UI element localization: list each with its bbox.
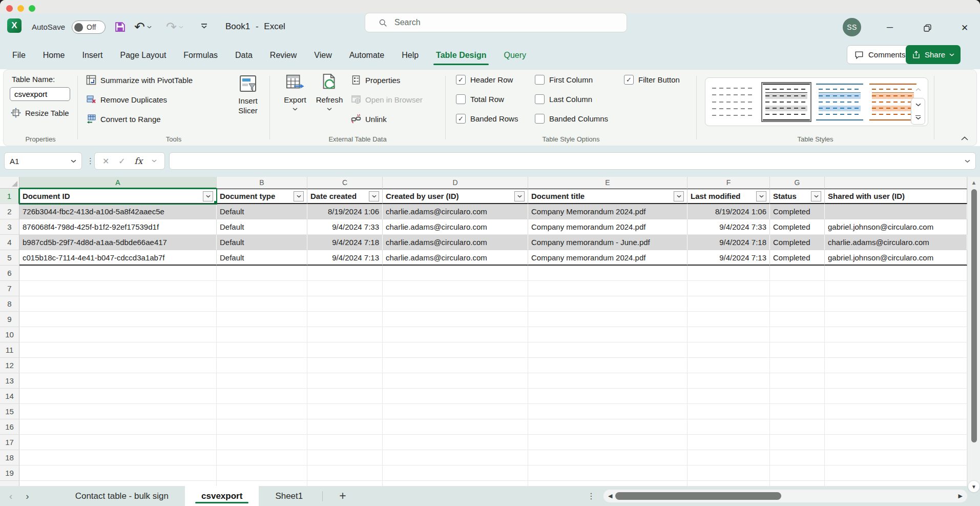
- cell[interactable]: [770, 296, 825, 312]
- cell[interactable]: [770, 373, 825, 389]
- cell[interactable]: [19, 389, 217, 404]
- cell[interactable]: [770, 281, 825, 296]
- cell[interactable]: [528, 450, 687, 465]
- avatar[interactable]: SS: [843, 18, 861, 36]
- cell[interactable]: [528, 481, 687, 486]
- cell[interactable]: [687, 465, 770, 481]
- cell[interactable]: [687, 435, 770, 450]
- column-header-h[interactable]: [825, 177, 967, 189]
- cell[interactable]: [770, 481, 825, 486]
- cell[interactable]: [383, 296, 528, 312]
- save-button[interactable]: [114, 21, 127, 33]
- cell[interactable]: 9/4/2024 7:18: [307, 235, 383, 250]
- row-number-15[interactable]: 15: [0, 404, 19, 419]
- column-header-E[interactable]: E: [528, 177, 687, 189]
- cell[interactable]: [825, 435, 967, 450]
- cell[interactable]: [307, 312, 383, 327]
- tab-home[interactable]: Home: [43, 51, 65, 60]
- cell[interactable]: gabriel.johnson@circularo.com: [825, 219, 967, 235]
- cell[interactable]: [217, 450, 307, 465]
- cell[interactable]: [687, 373, 770, 389]
- cell[interactable]: [528, 342, 687, 358]
- row-number-16[interactable]: 16: [0, 419, 19, 435]
- cell[interactable]: [217, 419, 307, 435]
- cell[interactable]: 9/4/2024 7:18: [687, 235, 770, 250]
- cell[interactable]: [687, 358, 770, 373]
- row-number-4[interactable]: 4: [0, 235, 19, 250]
- convert-to-range-button[interactable]: Convert to Range: [86, 114, 161, 124]
- sheet-tab-contact-table-bulk-sign[interactable]: Contact table - bulk sign: [59, 486, 185, 506]
- column-header-A[interactable]: A: [19, 177, 217, 189]
- cell[interactable]: charlie.adams@circularo.com: [383, 235, 528, 250]
- tab-review[interactable]: Review: [270, 51, 297, 60]
- cell[interactable]: [825, 312, 967, 327]
- table-style-gray-banded[interactable]: [763, 84, 810, 120]
- cell[interactable]: [687, 481, 770, 486]
- cell[interactable]: [383, 465, 528, 481]
- cell[interactable]: [687, 404, 770, 419]
- filter-button[interactable]: [811, 191, 821, 201]
- header-cell-document-type[interactable]: Document type: [217, 189, 307, 204]
- cell[interactable]: [528, 358, 687, 373]
- insert-slicer-button[interactable]: Insert Slicer: [232, 74, 264, 115]
- checkbox-header-row[interactable]: ✓Header Row: [456, 75, 513, 85]
- cell[interactable]: 726b3044-fbc2-413d-a10d-5a8f42aaec5e: [19, 204, 217, 219]
- filter-button[interactable]: [369, 191, 379, 201]
- vertical-scrollbar[interactable]: ▲ ▼: [967, 177, 980, 486]
- cell[interactable]: [217, 358, 307, 373]
- cell[interactable]: Completed: [770, 219, 825, 235]
- cell[interactable]: [307, 358, 383, 373]
- cell[interactable]: [825, 465, 967, 481]
- cell[interactable]: [770, 327, 825, 342]
- cell[interactable]: [383, 373, 528, 389]
- cell[interactable]: [687, 389, 770, 404]
- row-number-19[interactable]: 19: [0, 465, 19, 481]
- cell[interactable]: Company memorandum 2024.pdf: [528, 250, 687, 266]
- filter-button[interactable]: [756, 191, 766, 201]
- cell[interactable]: [217, 404, 307, 419]
- cell[interactable]: [687, 450, 770, 465]
- cell[interactable]: [383, 389, 528, 404]
- cell[interactable]: [825, 342, 967, 358]
- excel-app-icon[interactable]: X: [7, 18, 22, 33]
- expand-formula-bar-chevron-icon[interactable]: [965, 159, 970, 163]
- cell[interactable]: [383, 404, 528, 419]
- cell[interactable]: [825, 327, 967, 342]
- row-number-13[interactable]: 13: [0, 373, 19, 389]
- cell[interactable]: Completed: [770, 250, 825, 266]
- cell[interactable]: [217, 465, 307, 481]
- scroll-left-arrow-icon[interactable]: ◀: [608, 493, 612, 499]
- cell[interactable]: Default: [217, 235, 307, 250]
- cell[interactable]: [687, 342, 770, 358]
- refresh-button[interactable]: Refresh: [313, 73, 346, 111]
- cell[interactable]: c015b18c-7114-4e41-b047-cdccd3a1ab7f: [19, 250, 217, 266]
- row-number-3[interactable]: 3: [0, 219, 19, 235]
- search-box[interactable]: [365, 13, 627, 32]
- cell[interactable]: [825, 481, 967, 486]
- cell[interactable]: [687, 266, 770, 281]
- horizontal-scrollbar[interactable]: ◀ ▶: [603, 490, 967, 502]
- cell[interactable]: [217, 481, 307, 486]
- row-number-8[interactable]: 8: [0, 296, 19, 312]
- cell[interactable]: [19, 435, 217, 450]
- column-header-B[interactable]: B: [217, 177, 307, 189]
- cell[interactable]: [687, 419, 770, 435]
- cell[interactable]: [825, 296, 967, 312]
- cell[interactable]: [19, 465, 217, 481]
- cell[interactable]: Company Memorandum 2024.pdf: [528, 204, 687, 219]
- autosave-toggle[interactable]: Off: [72, 21, 106, 34]
- header-cell-created-by-user-id[interactable]: Created by user (ID): [383, 189, 528, 204]
- cell[interactable]: [528, 465, 687, 481]
- cell[interactable]: [19, 419, 217, 435]
- sheet-tab-sheet1[interactable]: Sheet1: [259, 486, 319, 506]
- cell[interactable]: charlie.adams@circularo.com: [383, 219, 528, 235]
- cell[interactable]: [307, 465, 383, 481]
- checkbox-filter-button[interactable]: ✓Filter Button: [624, 75, 680, 85]
- cell[interactable]: [307, 296, 383, 312]
- cell[interactable]: Company memorandum 2024.pdf: [528, 219, 687, 235]
- table-properties-button[interactable]: Properties: [351, 75, 400, 85]
- header-cell-status[interactable]: Status: [770, 189, 825, 204]
- header-cell-document-title[interactable]: Document title: [528, 189, 687, 204]
- cell[interactable]: Completed: [770, 204, 825, 219]
- cell[interactable]: [770, 419, 825, 435]
